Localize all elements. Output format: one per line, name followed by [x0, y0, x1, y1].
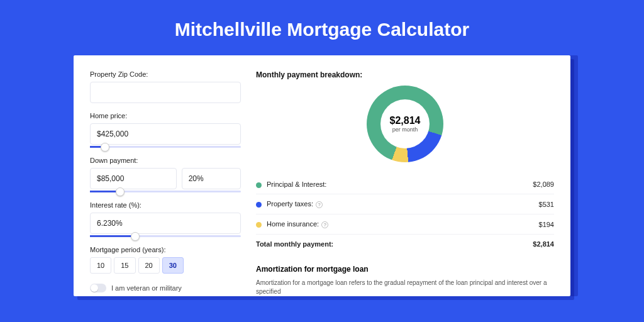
legend-dot: [256, 182, 262, 188]
veteran-label: I am veteran or military: [111, 284, 182, 292]
breakdown-row: Property taxes:?$531: [256, 194, 554, 214]
period-20[interactable]: 20: [138, 257, 160, 274]
breakdown-row-label: Property taxes:: [267, 200, 313, 208]
breakdown-panel: Monthly payment breakdown: $2,814 per mo…: [256, 70, 554, 296]
breakdown-title: Monthly payment breakdown:: [256, 70, 554, 79]
period-group: 10 15 20 30: [90, 257, 241, 274]
breakdown-row-label: Principal & Interest:: [267, 180, 326, 188]
inputs-panel: Property Zip Code: Home price: Down paym…: [90, 70, 241, 296]
period-label: Mortgage period (years):: [90, 246, 241, 253]
down-amount-input[interactable]: [90, 168, 177, 189]
payment-donut-chart: $2,814 per month: [367, 86, 443, 162]
total-value: $2,814: [533, 240, 554, 248]
rate-input[interactable]: [90, 213, 241, 234]
amort-text: Amortization for a mortgage loan refers …: [256, 279, 554, 296]
price-slider[interactable]: [90, 146, 241, 148]
period-10[interactable]: 10: [90, 257, 111, 274]
legend-dot: [256, 222, 262, 228]
price-input[interactable]: [90, 123, 241, 145]
breakdown-rows: Principal & Interest:$2,089Property taxe…: [256, 175, 554, 235]
down-slider[interactable]: [90, 191, 241, 192]
down-pct-input[interactable]: [182, 168, 241, 189]
breakdown-row: Home insurance:?$194: [256, 214, 554, 235]
donut-sub: per month: [392, 126, 418, 133]
zip-input[interactable]: [90, 82, 241, 103]
calculator-card: Property Zip Code: Home price: Down paym…: [74, 55, 570, 296]
donut-amount: $2,814: [390, 115, 421, 126]
help-icon[interactable]: ?: [316, 201, 323, 208]
breakdown-row-value: $194: [539, 221, 554, 228]
period-30[interactable]: 30: [162, 257, 184, 274]
breakdown-row-value: $531: [539, 201, 554, 208]
page-title: Mitchellville Mortgage Calculator: [0, 0, 644, 55]
veteran-toggle[interactable]: [90, 284, 106, 292]
breakdown-row: Principal & Interest:$2,089: [256, 175, 554, 194]
help-icon[interactable]: ?: [321, 221, 328, 228]
breakdown-row-label: Home insurance:: [267, 220, 319, 228]
price-label: Home price:: [90, 112, 241, 119]
amort-title: Amortization for mortgage loan: [256, 265, 554, 274]
period-15[interactable]: 15: [114, 257, 135, 274]
down-label: Down payment:: [90, 157, 241, 164]
breakdown-row-value: $2,089: [533, 180, 554, 188]
rate-slider[interactable]: [90, 235, 241, 237]
breakdown-total-row: Total monthly payment: $2,814: [256, 235, 554, 253]
legend-dot: [256, 202, 262, 208]
total-label: Total monthly payment:: [256, 240, 333, 248]
rate-label: Interest rate (%):: [90, 201, 241, 209]
zip-label: Property Zip Code:: [90, 70, 241, 78]
